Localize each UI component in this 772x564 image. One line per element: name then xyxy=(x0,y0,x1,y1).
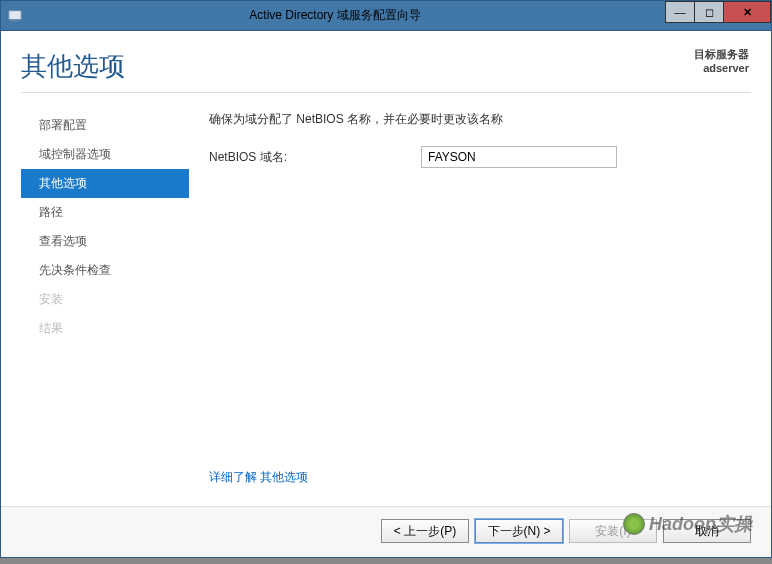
sidebar-item-dc-options[interactable]: 域控制器选项 xyxy=(21,140,189,169)
window-title: Active Directory 域服务配置向导 xyxy=(29,7,771,24)
target-server-name: adserver xyxy=(694,62,749,74)
svg-rect-0 xyxy=(9,10,21,19)
cancel-button[interactable]: 取消 xyxy=(663,519,751,543)
sidebar-item-prereq[interactable]: 先决条件检查 xyxy=(21,256,189,285)
sidebar-item-results: 结果 xyxy=(21,314,189,343)
content-area: 其他选项 目标服务器 adserver 部署配置 域控制器选项 其他选项 路径 … xyxy=(1,31,771,506)
svg-rect-1 xyxy=(11,19,20,21)
page-title: 其他选项 xyxy=(21,49,751,93)
help-prefix: 详细了解 xyxy=(209,470,260,484)
window-controls: — ◻ ✕ xyxy=(666,1,771,23)
next-button[interactable]: 下一步(N) > xyxy=(475,519,563,543)
main-panel: 确保为域分配了 NetBIOS 名称，并在必要时更改该名称 NetBIOS 域名… xyxy=(189,107,751,496)
netbios-input[interactable] xyxy=(421,146,617,168)
wizard-footer: < 上一步(P) 下一步(N) > 安装(I) 取消 xyxy=(1,506,771,557)
netbios-label: NetBIOS 域名: xyxy=(209,149,421,166)
wizard-window: Active Directory 域服务配置向导 — ◻ ✕ 其他选项 目标服务… xyxy=(0,0,772,558)
sidebar-item-deployment[interactable]: 部署配置 xyxy=(21,111,189,140)
target-server-info: 目标服务器 adserver xyxy=(694,47,749,74)
sidebar-item-review[interactable]: 查看选项 xyxy=(21,227,189,256)
help-link-row: 详细了解 其他选项 xyxy=(209,469,741,486)
netbios-row: NetBIOS 域名: xyxy=(209,146,741,168)
app-icon xyxy=(1,1,29,31)
help-link[interactable]: 其他选项 xyxy=(260,470,308,484)
previous-button[interactable]: < 上一步(P) xyxy=(381,519,469,543)
install-button: 安装(I) xyxy=(569,519,657,543)
wizard-steps-sidebar: 部署配置 域控制器选项 其他选项 路径 查看选项 先决条件检查 安装 结果 xyxy=(21,107,189,496)
sidebar-item-install: 安装 xyxy=(21,285,189,314)
target-server-label: 目标服务器 xyxy=(694,47,749,62)
close-button[interactable]: ✕ xyxy=(723,1,771,23)
instruction-text: 确保为域分配了 NetBIOS 名称，并在必要时更改该名称 xyxy=(209,111,741,128)
titlebar[interactable]: Active Directory 域服务配置向导 — ◻ ✕ xyxy=(1,1,771,31)
sidebar-item-paths[interactable]: 路径 xyxy=(21,198,189,227)
maximize-button[interactable]: ◻ xyxy=(694,1,724,23)
minimize-button[interactable]: — xyxy=(665,1,695,23)
sidebar-item-additional-options[interactable]: 其他选项 xyxy=(21,169,189,198)
